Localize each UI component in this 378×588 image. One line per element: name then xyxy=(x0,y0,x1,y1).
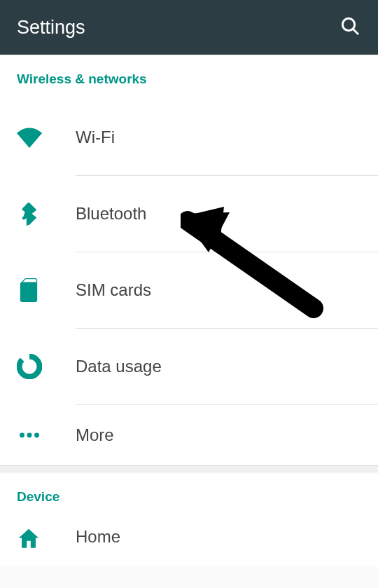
data-usage-icon xyxy=(17,354,76,379)
search-icon[interactable] xyxy=(339,15,361,40)
wifi-icon xyxy=(17,125,76,150)
list-item-bluetooth[interactable]: Bluetooth xyxy=(0,176,378,252)
list-item-wifi[interactable]: Wi-Fi xyxy=(0,100,378,175)
sim-card-icon xyxy=(17,278,76,302)
list-item-label: Bluetooth xyxy=(76,204,146,224)
list-item-label: Home xyxy=(76,527,120,547)
app-header: Settings xyxy=(0,0,378,55)
more-icon xyxy=(17,423,76,448)
svg-point-7 xyxy=(34,433,39,438)
list-item-data-usage[interactable]: Data usage xyxy=(0,329,378,404)
bluetooth-icon xyxy=(17,202,76,226)
list-item-label: Wi-Fi xyxy=(76,128,115,147)
svg-point-0 xyxy=(342,18,354,30)
svg-point-6 xyxy=(27,433,32,438)
list-item-label: SIM cards xyxy=(76,280,151,300)
svg-point-5 xyxy=(20,433,24,438)
list-item-more[interactable]: More xyxy=(0,405,378,465)
section-divider xyxy=(0,465,378,472)
home-icon xyxy=(17,527,76,551)
section-wireless-networks: Wireless & networks xyxy=(0,56,378,100)
list-item-sim-cards[interactable]: SIM cards xyxy=(0,252,378,328)
list-item-label: Data usage xyxy=(76,357,162,376)
list-item-label: More xyxy=(76,425,114,445)
list-item-home[interactable]: Home xyxy=(0,517,378,566)
page-title: Settings xyxy=(17,17,85,39)
svg-line-1 xyxy=(354,29,358,34)
section-device: Device xyxy=(0,474,378,517)
